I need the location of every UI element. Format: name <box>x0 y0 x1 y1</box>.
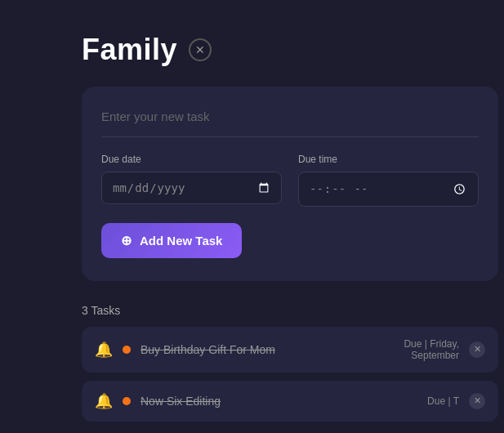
task-status-dot <box>123 397 131 405</box>
task-input[interactable] <box>101 106 479 137</box>
task-item: 🔔 Now Six Editing Due | T ✕ <box>82 381 498 422</box>
due-time-input[interactable] <box>298 172 479 207</box>
add-task-icon: ⊕ <box>121 233 132 248</box>
due-time-label: Due time <box>298 154 479 165</box>
task-due-date: Due | Friday, September <box>404 338 459 361</box>
alarm-icon: 🔔 <box>95 392 113 410</box>
add-task-button[interactable]: ⊕ Add New Task <box>101 223 242 258</box>
due-time-group: Due time <box>298 154 479 207</box>
task-delete-button[interactable]: ✕ <box>469 341 485 358</box>
page-title: Family <box>82 33 177 67</box>
close-icon[interactable]: ✕ <box>189 38 212 61</box>
task-status-dot <box>123 346 131 354</box>
task-text: Buy Birthday Gift For Mom <box>140 343 394 356</box>
due-date-group: Due date <box>101 154 282 207</box>
alarm-icon: 🔔 <box>95 341 113 359</box>
task-delete-button[interactable]: ✕ <box>469 393 485 409</box>
date-time-row: Due date Due time <box>101 154 479 207</box>
due-date-label: Due date <box>101 154 282 165</box>
tasks-section: 3 Tasks 🔔 Buy Birthday Gift For Mom Due … <box>82 304 498 422</box>
due-date-input[interactable] <box>101 172 282 204</box>
tasks-count: 3 Tasks <box>82 304 498 317</box>
task-due-date: Due | T <box>427 395 459 407</box>
page-container: Family ✕ Due date Due time ⊕ Add New Tas… <box>0 0 504 433</box>
task-form-card: Due date Due time ⊕ Add New Task <box>82 87 498 281</box>
add-task-label: Add New Task <box>140 234 222 248</box>
task-item: 🔔 Buy Birthday Gift For Mom Due | Friday… <box>82 327 498 373</box>
task-text: Now Six Editing <box>140 395 417 408</box>
header: Family ✕ <box>82 33 504 67</box>
